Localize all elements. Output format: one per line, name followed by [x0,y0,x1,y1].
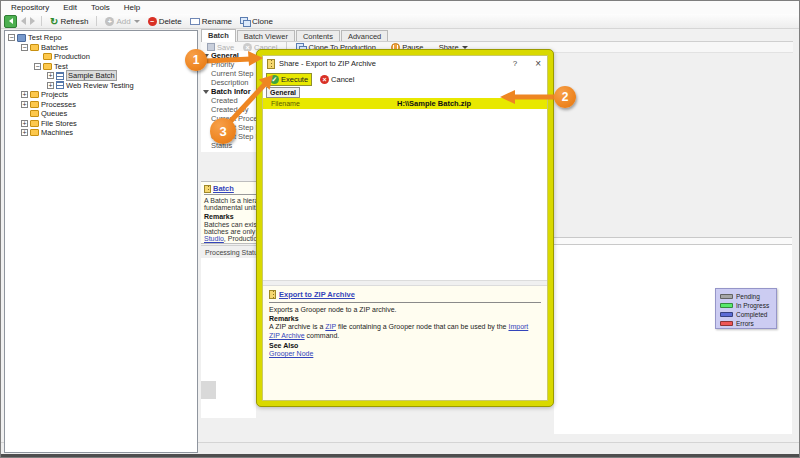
processing-status-label: Processing Status [205,249,261,256]
tab-advanced[interactable]: Advanced [341,30,388,41]
zip-icon [269,290,276,299]
tree-item-web-review-testing[interactable]: +Web Review Testing [5,81,197,91]
expand-icon[interactable]: + [47,82,54,89]
tree-item-label: Test Repo [28,33,62,42]
window-bottom-edge [1,454,799,457]
legend-label: Completed [736,311,767,318]
expand-icon[interactable]: + [21,101,28,108]
tab-contents[interactable]: Contents [296,30,340,41]
tree-item-file-stores[interactable]: +File Stores [5,119,197,129]
filename-value[interactable]: H:\\Sample Batch.zip [397,99,471,108]
expand-icon[interactable]: + [47,72,54,79]
refresh-button[interactable]: ↻Refresh [48,16,90,27]
dialog-help-remarks: A ZIP archive is a ZIP file containing a… [269,323,541,340]
legend-item-in-progress: In Progress [720,301,776,310]
folder-icon [43,53,52,60]
tab-batch-viewer[interactable]: Batch Viewer [237,30,295,41]
legend-swatch [720,312,733,317]
callout-3: 3 [210,118,236,144]
filename-label: Filename [263,100,300,107]
dialog-cancel-button[interactable]: ×Cancel [320,75,354,84]
studio-link[interactable]: Studio [204,235,224,242]
legend-label: Pending [736,293,760,300]
grooper-node-link[interactable]: Grooper Node [269,350,313,357]
tree-item-sample-batch[interactable]: +Sample Batch [5,71,197,81]
forward-icon[interactable] [30,17,35,25]
legend-label: In Progress [736,302,769,309]
folder-icon [30,91,39,98]
tree-item-test-repo[interactable]: −Test Repo [5,33,197,43]
remarks-heading: Remarks [269,315,541,322]
legend-label: Errors [736,320,754,327]
chevron-down-icon[interactable] [203,90,209,94]
clone-button[interactable]: Clone [238,16,275,27]
expand-icon[interactable]: + [21,129,28,136]
filename-row[interactable]: Filename H:\\Sample Batch.zip [263,98,547,109]
divider [269,302,541,303]
dialog-close-button[interactable]: × [535,59,541,69]
tree-item-processes[interactable]: +Processes [5,100,197,110]
tree-item-machines[interactable]: +Machines [5,128,197,138]
execute-icon: ✓ [270,75,279,84]
property-label: Current Step [211,69,254,78]
dialog-title: Share - Export to ZIP Archive [279,59,376,68]
horizontal-splitter[interactable] [554,237,792,245]
callout-2: 2 [554,86,576,108]
tree-item-label: Web Review Testing [66,81,134,90]
property-label: Batch Infor [211,87,251,96]
share-export-dialog: Share - Export to ZIP Archive ? × ✓Execu… [256,49,554,407]
tree-item-label: Processes [41,100,76,109]
clone-label: Clone [252,17,273,26]
folder-icon [30,101,39,108]
delete-icon: − [148,17,157,26]
tree-item-batches[interactable]: −Batches [5,43,197,53]
property-label: Created By [211,105,249,114]
add-button[interactable]: +Add [103,16,141,27]
toolbar-separator [96,16,97,26]
tree-item-label: Projects [41,90,68,99]
refresh-label: Refresh [60,17,88,26]
execute-button[interactable]: ✓Execute [266,73,312,86]
dialog-help-summary: Exports a Grooper node to a ZIP archive. [269,306,541,313]
expand-icon[interactable]: + [21,120,28,127]
navigate-icon[interactable] [4,15,17,28]
tree-item-label: File Stores [41,119,77,128]
menu-help[interactable]: Help [124,3,140,12]
menu-edit[interactable]: Edit [63,3,77,12]
expander-spacer [21,110,28,117]
tab-batch[interactable]: Batch [201,29,236,42]
property-label: Created [211,96,238,105]
dialog-help-button[interactable]: ? [513,59,517,68]
rename-button[interactable]: Rename [188,16,234,27]
tree-item-label: Queues [41,109,67,118]
batch-link[interactable]: Batch [213,184,234,193]
tree-item-label: Batches [41,43,68,52]
dialog-help-panel: Export to ZIP Archive Exports a Grooper … [263,286,547,400]
clone-icon [240,17,250,26]
collapse-icon[interactable]: − [8,34,15,41]
tree-item-label: Machines [41,128,73,137]
collapse-icon[interactable]: − [34,63,41,70]
callout-1: 1 [185,49,207,71]
menu-repository[interactable]: Repository [11,3,49,12]
collapse-icon[interactable]: − [21,44,28,51]
tab-strip: Batch Batch Viewer Contents Advanced [201,29,793,42]
tree-item-projects[interactable]: +Projects [5,90,197,100]
menu-tools[interactable]: Tools [91,3,110,12]
chevron-down-icon [134,20,140,23]
general-group-label: General [266,87,300,98]
folder-icon [30,110,39,117]
delete-button[interactable]: −Delete [146,16,184,27]
save-icon [207,43,215,51]
export-to-zip-archive-link[interactable]: Export to ZIP Archive [279,290,355,299]
back-icon[interactable] [21,17,26,25]
see-also-heading: See Also [269,342,541,349]
tree-item-production[interactable]: Production [5,52,197,62]
legend-swatch [720,321,733,326]
expander-spacer [34,53,41,60]
tree-item-label: Sample Batch [66,70,117,81]
tree-item-queues[interactable]: Queues [5,109,197,119]
expand-icon[interactable]: + [21,91,28,98]
zip-link[interactable]: ZIP [325,323,336,330]
rename-label: Rename [202,17,232,26]
